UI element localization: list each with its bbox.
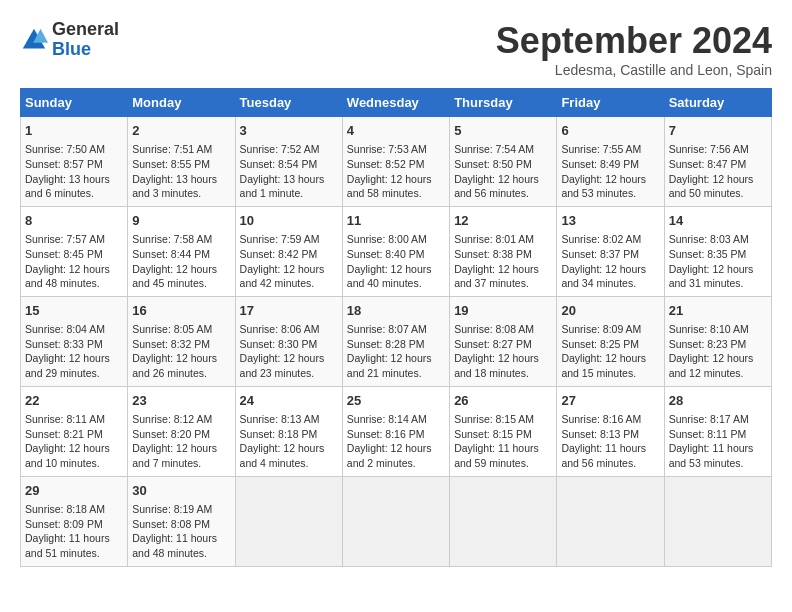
column-header-wednesday: Wednesday	[342, 89, 449, 117]
day-info: Sunrise: 7:55 AMSunset: 8:49 PMDaylight:…	[561, 142, 659, 201]
week-row-3: 15Sunrise: 8:04 AMSunset: 8:33 PMDayligh…	[21, 296, 772, 386]
day-number: 21	[669, 302, 767, 320]
day-info: Sunrise: 8:13 AMSunset: 8:18 PMDaylight:…	[240, 412, 338, 471]
day-info: Sunrise: 8:03 AMSunset: 8:35 PMDaylight:…	[669, 232, 767, 291]
day-number: 26	[454, 392, 552, 410]
day-info: Sunrise: 7:50 AMSunset: 8:57 PMDaylight:…	[25, 142, 123, 201]
day-cell: 27Sunrise: 8:16 AMSunset: 8:13 PMDayligh…	[557, 386, 664, 476]
day-number: 13	[561, 212, 659, 230]
day-cell: 3Sunrise: 7:52 AMSunset: 8:54 PMDaylight…	[235, 117, 342, 207]
logo-icon	[20, 26, 48, 54]
day-info: Sunrise: 8:11 AMSunset: 8:21 PMDaylight:…	[25, 412, 123, 471]
day-number: 16	[132, 302, 230, 320]
day-info: Sunrise: 8:09 AMSunset: 8:25 PMDaylight:…	[561, 322, 659, 381]
day-info: Sunrise: 8:17 AMSunset: 8:11 PMDaylight:…	[669, 412, 767, 471]
day-cell: 18Sunrise: 8:07 AMSunset: 8:28 PMDayligh…	[342, 296, 449, 386]
day-number: 28	[669, 392, 767, 410]
day-cell: 6Sunrise: 7:55 AMSunset: 8:49 PMDaylight…	[557, 117, 664, 207]
day-number: 5	[454, 122, 552, 140]
day-info: Sunrise: 8:02 AMSunset: 8:37 PMDaylight:…	[561, 232, 659, 291]
day-number: 29	[25, 482, 123, 500]
day-info: Sunrise: 7:57 AMSunset: 8:45 PMDaylight:…	[25, 232, 123, 291]
day-info: Sunrise: 8:18 AMSunset: 8:09 PMDaylight:…	[25, 502, 123, 561]
day-info: Sunrise: 7:52 AMSunset: 8:54 PMDaylight:…	[240, 142, 338, 201]
day-cell: 24Sunrise: 8:13 AMSunset: 8:18 PMDayligh…	[235, 386, 342, 476]
day-cell: 13Sunrise: 8:02 AMSunset: 8:37 PMDayligh…	[557, 206, 664, 296]
day-cell: 12Sunrise: 8:01 AMSunset: 8:38 PMDayligh…	[450, 206, 557, 296]
day-number: 14	[669, 212, 767, 230]
logo: General Blue	[20, 20, 119, 60]
day-number: 27	[561, 392, 659, 410]
day-info: Sunrise: 8:06 AMSunset: 8:30 PMDaylight:…	[240, 322, 338, 381]
day-cell: 5Sunrise: 7:54 AMSunset: 8:50 PMDaylight…	[450, 117, 557, 207]
day-number: 2	[132, 122, 230, 140]
day-info: Sunrise: 7:59 AMSunset: 8:42 PMDaylight:…	[240, 232, 338, 291]
day-number: 19	[454, 302, 552, 320]
day-info: Sunrise: 7:58 AMSunset: 8:44 PMDaylight:…	[132, 232, 230, 291]
day-cell: 1Sunrise: 7:50 AMSunset: 8:57 PMDaylight…	[21, 117, 128, 207]
day-number: 11	[347, 212, 445, 230]
header: General Blue September 2024 Ledesma, Cas…	[20, 20, 772, 78]
day-cell	[450, 476, 557, 566]
day-info: Sunrise: 8:12 AMSunset: 8:20 PMDaylight:…	[132, 412, 230, 471]
logo-blue: Blue	[52, 40, 119, 60]
day-info: Sunrise: 7:51 AMSunset: 8:55 PMDaylight:…	[132, 142, 230, 201]
column-header-friday: Friday	[557, 89, 664, 117]
day-cell: 11Sunrise: 8:00 AMSunset: 8:40 PMDayligh…	[342, 206, 449, 296]
column-header-sunday: Sunday	[21, 89, 128, 117]
day-info: Sunrise: 7:56 AMSunset: 8:47 PMDaylight:…	[669, 142, 767, 201]
day-number: 15	[25, 302, 123, 320]
column-header-tuesday: Tuesday	[235, 89, 342, 117]
day-number: 9	[132, 212, 230, 230]
day-number: 25	[347, 392, 445, 410]
day-cell: 17Sunrise: 8:06 AMSunset: 8:30 PMDayligh…	[235, 296, 342, 386]
day-cell: 4Sunrise: 7:53 AMSunset: 8:52 PMDaylight…	[342, 117, 449, 207]
day-cell: 29Sunrise: 8:18 AMSunset: 8:09 PMDayligh…	[21, 476, 128, 566]
logo-text: General Blue	[52, 20, 119, 60]
calendar-table: SundayMondayTuesdayWednesdayThursdayFrid…	[20, 88, 772, 567]
day-info: Sunrise: 8:07 AMSunset: 8:28 PMDaylight:…	[347, 322, 445, 381]
day-info: Sunrise: 7:54 AMSunset: 8:50 PMDaylight:…	[454, 142, 552, 201]
day-info: Sunrise: 8:14 AMSunset: 8:16 PMDaylight:…	[347, 412, 445, 471]
day-info: Sunrise: 8:00 AMSunset: 8:40 PMDaylight:…	[347, 232, 445, 291]
day-number: 6	[561, 122, 659, 140]
day-cell: 14Sunrise: 8:03 AMSunset: 8:35 PMDayligh…	[664, 206, 771, 296]
day-info: Sunrise: 8:15 AMSunset: 8:15 PMDaylight:…	[454, 412, 552, 471]
day-cell: 25Sunrise: 8:14 AMSunset: 8:16 PMDayligh…	[342, 386, 449, 476]
day-number: 8	[25, 212, 123, 230]
day-info: Sunrise: 7:53 AMSunset: 8:52 PMDaylight:…	[347, 142, 445, 201]
day-cell: 16Sunrise: 8:05 AMSunset: 8:32 PMDayligh…	[128, 296, 235, 386]
day-cell: 26Sunrise: 8:15 AMSunset: 8:15 PMDayligh…	[450, 386, 557, 476]
day-number: 12	[454, 212, 552, 230]
day-cell: 10Sunrise: 7:59 AMSunset: 8:42 PMDayligh…	[235, 206, 342, 296]
day-cell	[557, 476, 664, 566]
day-number: 17	[240, 302, 338, 320]
day-number: 24	[240, 392, 338, 410]
day-cell: 19Sunrise: 8:08 AMSunset: 8:27 PMDayligh…	[450, 296, 557, 386]
day-cell: 8Sunrise: 7:57 AMSunset: 8:45 PMDaylight…	[21, 206, 128, 296]
day-number: 30	[132, 482, 230, 500]
day-info: Sunrise: 8:08 AMSunset: 8:27 PMDaylight:…	[454, 322, 552, 381]
day-info: Sunrise: 8:16 AMSunset: 8:13 PMDaylight:…	[561, 412, 659, 471]
calendar-title: September 2024	[496, 20, 772, 62]
day-cell: 20Sunrise: 8:09 AMSunset: 8:25 PMDayligh…	[557, 296, 664, 386]
day-cell: 21Sunrise: 8:10 AMSunset: 8:23 PMDayligh…	[664, 296, 771, 386]
day-cell	[664, 476, 771, 566]
day-cell: 23Sunrise: 8:12 AMSunset: 8:20 PMDayligh…	[128, 386, 235, 476]
logo-general: General	[52, 20, 119, 40]
column-header-monday: Monday	[128, 89, 235, 117]
week-row-2: 8Sunrise: 7:57 AMSunset: 8:45 PMDaylight…	[21, 206, 772, 296]
header-row: SundayMondayTuesdayWednesdayThursdayFrid…	[21, 89, 772, 117]
week-row-1: 1Sunrise: 7:50 AMSunset: 8:57 PMDaylight…	[21, 117, 772, 207]
day-info: Sunrise: 8:04 AMSunset: 8:33 PMDaylight:…	[25, 322, 123, 381]
calendar-subtitle: Ledesma, Castille and Leon, Spain	[496, 62, 772, 78]
column-header-saturday: Saturday	[664, 89, 771, 117]
day-cell: 28Sunrise: 8:17 AMSunset: 8:11 PMDayligh…	[664, 386, 771, 476]
week-row-4: 22Sunrise: 8:11 AMSunset: 8:21 PMDayligh…	[21, 386, 772, 476]
day-info: Sunrise: 8:01 AMSunset: 8:38 PMDaylight:…	[454, 232, 552, 291]
day-number: 7	[669, 122, 767, 140]
day-info: Sunrise: 8:19 AMSunset: 8:08 PMDaylight:…	[132, 502, 230, 561]
column-header-thursday: Thursday	[450, 89, 557, 117]
day-cell	[235, 476, 342, 566]
day-number: 22	[25, 392, 123, 410]
